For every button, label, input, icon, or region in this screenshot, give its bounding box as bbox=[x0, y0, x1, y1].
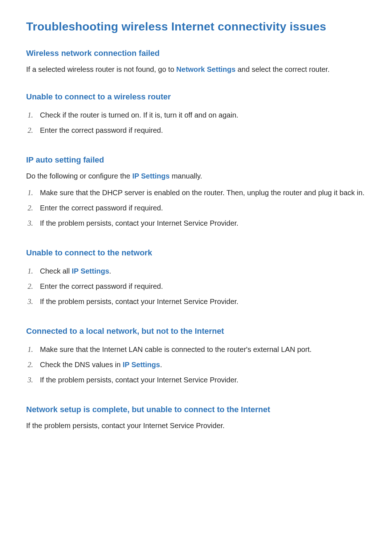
section-title: IP auto setting failed bbox=[26, 155, 367, 165]
section-title: Connected to a local network, but not to… bbox=[26, 327, 367, 336]
section-ip-auto-failed: IP auto setting failed Do the following … bbox=[26, 155, 367, 231]
text: . bbox=[109, 267, 111, 275]
step-text: Check if the router is turned on. If it … bbox=[40, 110, 367, 120]
list-item: 1. Make sure that the Internet LAN cable… bbox=[26, 342, 367, 357]
step-number: 1. bbox=[28, 110, 37, 120]
list-item: 2. Enter the correct password if require… bbox=[26, 123, 367, 138]
page-title: Troubleshooting wireless Internet connec… bbox=[26, 20, 367, 33]
list-item: 2. Check the DNS values in IP Settings. bbox=[26, 357, 367, 372]
list-item: 2. Enter the correct password if require… bbox=[26, 279, 367, 294]
step-text: Check all IP Settings. bbox=[40, 266, 367, 276]
list-item: 2. Enter the correct password if require… bbox=[26, 200, 367, 216]
list-item: 3. If the problem persists, contact your… bbox=[26, 372, 367, 387]
step-number: 2. bbox=[28, 125, 37, 136]
page: Troubleshooting wireless Internet connec… bbox=[0, 0, 392, 431]
step-number: 1. bbox=[28, 187, 37, 198]
link-network-settings[interactable]: Network Settings bbox=[176, 65, 236, 73]
section-intro: Do the following or configure the IP Set… bbox=[26, 171, 367, 181]
link-ip-settings[interactable]: IP Settings bbox=[123, 361, 160, 369]
step-text: Enter the correct password if required. bbox=[40, 281, 367, 292]
list-item: 1. Check if the router is turned on. If … bbox=[26, 107, 367, 123]
step-number: 3. bbox=[28, 374, 37, 385]
step-text: If the problem persists, contact your In… bbox=[40, 296, 367, 307]
step-number: 1. bbox=[28, 344, 37, 355]
section-title: Unable to connect to the network bbox=[26, 248, 367, 258]
step-text: If the problem persists, contact your In… bbox=[40, 218, 367, 229]
step-number: 2. bbox=[28, 281, 37, 292]
section-setup-complete-no-internet: Network setup is complete, but unable to… bbox=[26, 405, 367, 431]
steps-list: 1. Make sure that the DHCP server is ena… bbox=[26, 185, 367, 231]
link-ip-settings[interactable]: IP Settings bbox=[72, 267, 109, 275]
text: and select the correct router. bbox=[236, 65, 330, 73]
step-number: 1. bbox=[28, 266, 37, 276]
section-unable-connect-router: Unable to connect to a wireless router 1… bbox=[26, 92, 367, 138]
step-text: Check the DNS values in IP Settings. bbox=[40, 359, 367, 370]
section-local-no-internet: Connected to a local network, but not to… bbox=[26, 327, 367, 387]
text: . bbox=[160, 361, 162, 369]
list-item: 1. Check all IP Settings. bbox=[26, 263, 367, 279]
step-number: 2. bbox=[28, 359, 37, 370]
steps-list: 1. Check all IP Settings. 2. Enter the c… bbox=[26, 263, 367, 309]
list-item: 1. Make sure that the DHCP server is ena… bbox=[26, 185, 367, 200]
steps-list: 1. Make sure that the Internet LAN cable… bbox=[26, 342, 367, 387]
text: Check all bbox=[40, 267, 72, 275]
step-text: Enter the correct password if required. bbox=[40, 202, 367, 213]
list-item: 3. If the problem persists, contact your… bbox=[26, 216, 367, 231]
step-text: Make sure that the Internet LAN cable is… bbox=[40, 344, 367, 355]
text: If a selected wireless router is not fou… bbox=[26, 65, 176, 73]
step-number: 3. bbox=[28, 296, 37, 307]
link-ip-settings[interactable]: IP Settings bbox=[132, 172, 170, 180]
step-text: Enter the correct password if required. bbox=[40, 125, 367, 136]
text: Do the following or configure the bbox=[26, 172, 132, 180]
section-intro: If a selected wireless router is not fou… bbox=[26, 64, 367, 75]
section-title: Unable to connect to a wireless router bbox=[26, 92, 367, 102]
list-item: 3. If the problem persists, contact your… bbox=[26, 294, 367, 309]
steps-list: 1. Check if the router is turned on. If … bbox=[26, 107, 367, 138]
section-title: Network setup is complete, but unable to… bbox=[26, 405, 367, 414]
text: Check the DNS values in bbox=[40, 361, 123, 369]
section-text: If the problem persists, contact your In… bbox=[26, 420, 367, 431]
step-number: 3. bbox=[28, 218, 37, 229]
step-number: 2. bbox=[28, 202, 37, 213]
step-text: Make sure that the DHCP server is enable… bbox=[40, 187, 367, 198]
section-title: Wireless network connection failed bbox=[26, 49, 367, 58]
section-unable-connect-network: Unable to connect to the network 1. Chec… bbox=[26, 248, 367, 309]
step-text: If the problem persists, contact your In… bbox=[40, 374, 367, 385]
text: manually. bbox=[170, 172, 202, 180]
section-wireless-failed: Wireless network connection failed If a … bbox=[26, 49, 367, 75]
